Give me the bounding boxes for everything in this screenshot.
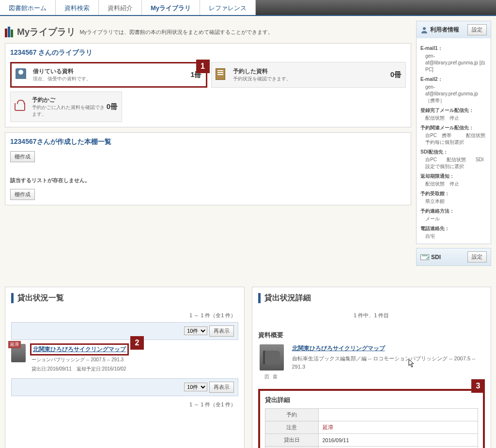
basket-icon: [15, 100, 28, 114]
regmail-value: 配信状態 停止: [425, 115, 487, 122]
create-shelf-button-1[interactable]: 棚作成: [10, 151, 35, 162]
user-info-body: E-mail1： gen-af@library.pref.gunma.jp [自…: [417, 38, 491, 244]
table-row: 注意延滞: [265, 421, 478, 434]
table-row: 貸出館県立本館／中央図書: [265, 447, 478, 448]
td-loanlib: 県立本館／中央図書: [318, 447, 478, 448]
user-library-panel: 1234567 さんのライブラリ 1 借りている資料 現在、借受中の資料です。 …: [5, 43, 411, 127]
loan-list-title: 貸出状況一覧: [11, 293, 238, 303]
callout-3: 3: [471, 379, 485, 393]
contact-value: メール: [425, 216, 487, 222]
book-icon-large: [260, 344, 284, 371]
mylibrary-header: Myライブラリ Myライブラリでは、図書館の本の利用状況をまとめて確認することが…: [5, 21, 411, 43]
book-title-link[interactable]: 北関東ひろびろサイクリングマップ 2: [31, 345, 127, 354]
sdi-settings-button[interactable]: 設定: [467, 251, 487, 263]
contact-label: 予約連絡方法：: [420, 208, 487, 215]
books-icon: [5, 27, 13, 37]
book-entry: 延滞 北関東ひろびろサイクリングマップ 2 ーションパブリッシング -- 200…: [11, 342, 238, 378]
reserved-sub: 予約状況を確認できます。: [233, 76, 390, 82]
regmail-label: 登録完了メール配信先：: [420, 107, 487, 114]
book-meta1: ーションパブリッシング -- 2007.5 -- 291.3: [31, 356, 236, 363]
shelf-title: 1234567さんが作成した本棚一覧: [10, 138, 406, 146]
user-icon: [420, 26, 428, 34]
user-info-header-text: 利用者情報: [430, 26, 459, 34]
user-info-settings-button[interactable]: 設定: [467, 24, 487, 35]
filter-bar-top: 10件 再表示: [11, 322, 238, 340]
phone-label: 電話連絡先：: [420, 225, 487, 232]
callout-1: 1: [196, 60, 210, 73]
tab-mylibrary[interactable]: Myライブラリ: [142, 0, 200, 15]
top-area: Myライブラリ Myライブラリでは、図書館の本の利用状況をまとめて確認することが…: [0, 16, 496, 275]
per-page-select-bottom[interactable]: 10件: [184, 383, 207, 391]
return-label: 返却期限通知：: [420, 173, 487, 180]
loan-detail-table: 予約 注意延滞 貸出日2016/09/11 貸出館県立本館／中央図書 返却予定日…: [265, 408, 479, 448]
phone-value: 自宅: [425, 233, 487, 240]
create-shelf-button-2[interactable]: 棚作成: [10, 189, 35, 200]
th-caution: 注意: [265, 421, 318, 434]
per-page-select-top[interactable]: 10件: [184, 326, 207, 335]
cart-count: 0冊: [107, 102, 118, 111]
person-book-icon: [16, 68, 29, 82]
shelf-panel: 1234567さんが作成した本棚一覧 棚作成 該当するリストが存在しません。 棚…: [5, 132, 411, 205]
detail-label: 貸出詳細: [265, 396, 479, 404]
loan-detail-pager: 1 件中、1 件目: [258, 309, 485, 322]
reserved-doc-icon: [216, 68, 229, 82]
tab-home[interactable]: 図書館ホーム: [0, 0, 56, 15]
resmail-label: 予約関連メール配信先：: [420, 124, 487, 131]
card-cart[interactable]: 予約かご 予約かごに入れた資料を確認できます。 0冊: [10, 92, 122, 122]
bottom-area: 貸出状況一覧 1 ～ 1 件（全1 件） 10件 再表示 延滞 北関東ひろびろサ…: [0, 282, 496, 448]
table-row: 貸出日2016/09/11: [265, 434, 478, 447]
mylibrary-desc: Myライブラリでは、図書館の本の利用状況をまとめて確認することができます。: [79, 29, 273, 36]
sdimail-value: 自PC 配信状態 SDI設定で個別に選択: [425, 156, 487, 170]
sdi-panel: SDI 設定: [416, 248, 491, 266]
callout-2: 2: [130, 336, 144, 350]
tab-reference[interactable]: レファレンス: [200, 0, 256, 15]
envelope-check-icon: [420, 254, 429, 260]
tab-search[interactable]: 資料検索: [56, 0, 99, 15]
th-reserve: 予約: [265, 409, 318, 421]
book-meta2: 貸出日:2016/09/11 返却予定日:2016/10/02: [31, 365, 236, 372]
borrowed-sub: 現在、借受中の資料です。: [33, 76, 190, 82]
loan-list-panel: 貸出状況一覧 1 ～ 1 件（全1 件） 10件 再表示 延滞 北関東ひろびろサ…: [5, 287, 245, 448]
sdimail-label: SDI配信先：: [420, 149, 487, 155]
user-info-panel: 利用者情報 設定 E-mail1： gen-af@library.pref.gu…: [416, 21, 491, 244]
status-row: 1 借りている資料 現在、借受中の資料です。 1冊 予約した資料 予約状況を確認…: [10, 62, 406, 88]
refresh-button-bottom[interactable]: 再表示: [209, 382, 234, 393]
reserved-count: 0冊: [390, 70, 402, 79]
email1-label: E-mail1：: [420, 45, 487, 52]
td-caution: 延滞: [318, 421, 478, 434]
email2-label: E-mail2：: [420, 76, 487, 83]
sdi-header: SDI 設定: [417, 248, 491, 265]
book-title-text: 北関東ひろびろサイクリングマップ: [33, 346, 126, 353]
right-column: 利用者情報 設定 E-mail1： gen-af@library.pref.gu…: [416, 21, 491, 270]
no-list-message: 該当するリストが存在しません。: [10, 177, 406, 184]
svg-point-0: [423, 27, 426, 30]
book-icon-wrap: 図 書: [258, 344, 285, 380]
pickup-label: 予約受取館：: [420, 190, 487, 197]
book-type-label: 図 書: [264, 373, 279, 380]
loan-detail-table-wrap: 3 貸出詳細 予約 注意延滞 貸出日2016/09/11 貸出館県立本館／中央図…: [258, 389, 485, 448]
table-row: 予約: [265, 409, 478, 421]
return-value: 配信状態 停止: [425, 181, 487, 187]
main-tabs: 図書館ホーム 資料検索 資料紹介 Myライブラリ レファレンス: [0, 0, 496, 16]
refresh-button-top[interactable]: 再表示: [209, 325, 234, 337]
loan-list-pager-top: 1 ～ 1 件（全1 件）: [11, 309, 238, 322]
card-borrowed[interactable]: 1 借りている資料 現在、借受中の資料です。 1冊: [10, 62, 207, 88]
th-loandate: 貸出日: [265, 434, 318, 447]
overview-label: 資料概要: [258, 331, 485, 340]
filter-bar-bottom: 10件 再表示: [11, 378, 238, 396]
tab-intro[interactable]: 資料紹介: [99, 0, 142, 15]
td-loandate: 2016/09/11: [318, 434, 478, 447]
cart-sub: 予約かごに入れた資料を確認できます。: [32, 104, 107, 118]
user-info-header: 利用者情報 設定: [417, 21, 491, 38]
sdi-header-text: SDI: [431, 254, 441, 261]
card-reserved[interactable]: 予約した資料 予約状況を確認できます。 0冊: [211, 62, 406, 88]
mylibrary-title: Myライブラリ: [17, 26, 76, 38]
borrowed-title: 借りている資料: [33, 67, 190, 76]
overview-row: 図 書 北関東ひろびろサイクリングマップ 自転車生活ブックス編集部／編 -- ロ…: [258, 344, 485, 380]
td-reserve: [318, 409, 478, 421]
detail-book-title-link[interactable]: 北関東ひろびろサイクリングマップ: [292, 345, 385, 352]
user-info-title: 利用者情報: [420, 26, 459, 34]
pickup-value: 県立本館: [425, 198, 487, 205]
reserved-title: 予約した資料: [233, 67, 390, 76]
resmail-value2: 予約毎に個別選択: [425, 139, 487, 146]
